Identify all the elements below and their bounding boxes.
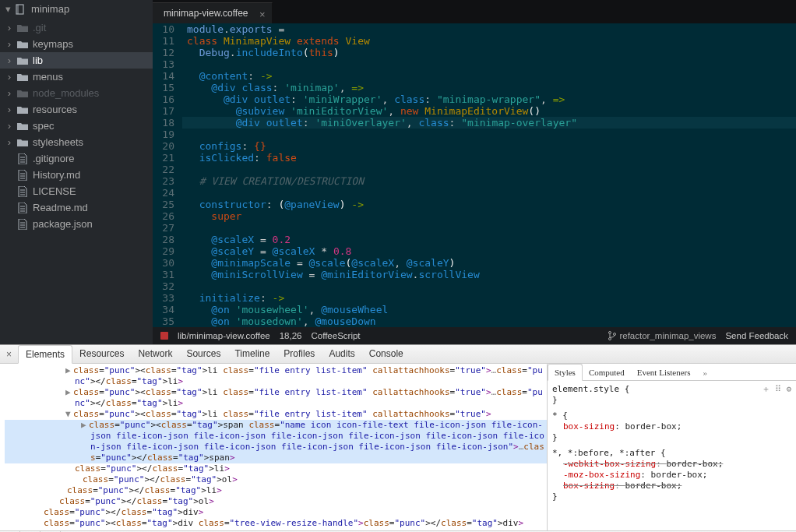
line-number: 34 [153, 304, 182, 315]
tree-folder[interactable]: ›node_modules [0, 85, 153, 101]
language-mode[interactable]: CoffeeScript [311, 331, 360, 340]
code-line[interactable] [182, 129, 796, 140]
branch-icon [608, 331, 616, 340]
code-line[interactable]: # VIEW CREATION/DESTRUCTION [182, 175, 796, 187]
folder-icon [17, 72, 28, 83]
devtools-tab-elements[interactable]: Elements [18, 345, 72, 364]
code-line[interactable]: @miniScrollView = @miniEditorView.scroll… [182, 269, 796, 280]
code-editor[interactable]: 10module.exports =11class MinimapView ex… [153, 23, 796, 327]
dom-node[interactable]: class="punc"></class="tag">ol> [5, 496, 547, 507]
dom-node[interactable]: class="punc"></class="tag">li> [5, 463, 547, 474]
file-icon [17, 219, 28, 230]
tree-file[interactable]: History.md [0, 167, 153, 183]
devtools-tab-network[interactable]: Network [131, 345, 179, 363]
line-number: 13 [153, 58, 182, 70]
code-line[interactable]: class MinimapView extends View [182, 35, 796, 47]
code-line[interactable]: configs: {} [182, 140, 796, 152]
code-line[interactable] [182, 164, 796, 175]
devtools-tab-sources[interactable]: Sources [179, 345, 227, 363]
close-icon[interactable]: × [259, 9, 266, 20]
dom-node[interactable]: class="punc"></class="tag">ol> [5, 474, 547, 485]
tree-folder[interactable]: ›menus [0, 69, 153, 85]
code-line[interactable]: @div outlet: 'miniOverlayer', class: "mi… [182, 117, 796, 129]
send-feedback-link[interactable]: Send Feedback [725, 331, 788, 340]
project-header[interactable]: ▾ minimap [0, 0, 153, 18]
chevron-down-icon: ▾ [5, 3, 11, 15]
code-line[interactable]: constructor: (@paneView) -> [182, 199, 796, 210]
dom-node[interactable]: ▶class="punc"><class="tag">li class="fil… [5, 365, 547, 387]
new-rule-icon[interactable]: ＋ [762, 384, 770, 395]
toggle-state-icon[interactable]: ⠿ [775, 384, 781, 395]
css-rule[interactable]: element.style {} [552, 384, 791, 406]
styles-tab-computed[interactable]: Computed [583, 365, 631, 380]
tree-item-label: spec [33, 120, 54, 132]
git-branch[interactable]: refactor_minimap_views [608, 331, 716, 340]
more-tabs-icon[interactable]: » [696, 365, 713, 380]
dom-node[interactable]: ▶class="punc"><class="tag">li class="fil… [5, 387, 547, 409]
line-number: 21 [153, 152, 182, 164]
code-line[interactable]: initialize: -> [182, 292, 796, 304]
code-line[interactable]: @scaleX = 0.2 [182, 234, 796, 245]
devtools-tab-timeline[interactable]: Timeline [227, 345, 276, 363]
dom-node[interactable]: ▶class="punc"><class="tag">span class="n… [5, 420, 547, 463]
line-number: 24 [153, 187, 182, 199]
code-line[interactable]: @div outlet: 'miniWrapper', class: "mini… [182, 93, 796, 105]
code-line[interactable]: @content: -> [182, 70, 796, 82]
code-line[interactable]: module.exports = [182, 23, 796, 35]
devtools-tab-resources[interactable]: Resources [72, 345, 131, 363]
chevron-right-icon: › [6, 136, 12, 148]
tree-file[interactable]: package.json [0, 216, 153, 232]
dom-node[interactable]: ▼class="punc"><class="tag">li class="fil… [5, 409, 547, 420]
tree-folder[interactable]: ›resources [0, 101, 153, 118]
line-number: 15 [153, 82, 182, 93]
dom-node[interactable]: class="punc"></class="tag">div> [5, 507, 547, 518]
tree-folder[interactable]: ›keymaps [0, 36, 153, 52]
tab-active[interactable]: minimap-view.coffee × [153, 2, 273, 23]
tab-title: minimap-view.coffee [164, 8, 248, 19]
code-line[interactable]: @minimapScale = @scale(@scaleX, @scaleY) [182, 257, 796, 269]
folder-icon [17, 137, 28, 148]
code-line[interactable]: @subview 'miniEditorView', new MinimapEd… [182, 105, 796, 117]
line-number: 19 [153, 129, 182, 140]
devtools-tab-audits[interactable]: Audits [322, 345, 361, 363]
line-number: 23 [153, 175, 182, 187]
code-line[interactable]: @scaleY = @scaleX * 0.8 [182, 245, 796, 257]
code-line[interactable]: Debug.includeInto(this) [182, 47, 796, 58]
tree-file[interactable]: Readme.md [0, 199, 153, 216]
line-number: 31 [153, 269, 182, 280]
css-rule[interactable]: * {box-sizing: border-box;} [552, 410, 791, 443]
styles-tab-event-listeners[interactable]: Event Listeners [631, 365, 697, 380]
code-line[interactable] [182, 222, 796, 234]
tree-file[interactable]: .gitignore [0, 150, 153, 167]
devtools-tab-console[interactable]: Console [362, 345, 410, 363]
code-line[interactable]: @div class: 'minimap', => [182, 82, 796, 93]
gear-icon[interactable]: ⚙ [786, 384, 791, 395]
code-line[interactable]: @on 'mousedown', @mouseDown [182, 315, 796, 327]
folder-icon [17, 104, 28, 115]
svg-rect-0 [16, 5, 23, 14]
dom-node[interactable]: class="punc"><class="tag">div class="tre… [5, 518, 547, 529]
elements-panel[interactable]: ▶class="punc"><class="tag">li class="fil… [0, 364, 547, 530]
tab-bar: minimap-view.coffee × [153, 0, 796, 23]
css-rule[interactable]: *, *:before, *:after {-webkit-box-sizing… [552, 448, 791, 502]
tree-item-label: node_modules [33, 87, 99, 99]
status-bar: lib/minimap-view.coffee 18,26 CoffeeScri… [153, 327, 796, 344]
file-icon [17, 170, 28, 181]
code-line[interactable] [182, 187, 796, 199]
code-line[interactable] [182, 280, 796, 292]
line-number: 18 [153, 117, 182, 129]
tree-folder[interactable]: ›spec [0, 118, 153, 134]
code-line[interactable]: super [182, 210, 796, 222]
tree-file[interactable]: LICENSE [0, 183, 153, 199]
dom-node[interactable]: class="punc"></class="tag">li> [5, 485, 547, 496]
cursor-pos: 18,26 [280, 331, 302, 340]
code-line[interactable]: @on 'mousewheel', @mouseWheel [182, 304, 796, 315]
tree-folder[interactable]: ›stylesheets [0, 134, 153, 150]
devtools-tab-profiles[interactable]: Profiles [276, 345, 322, 363]
code-line[interactable] [182, 58, 796, 70]
tree-folder[interactable]: ›.git [0, 19, 153, 36]
code-line[interactable]: isClicked: false [182, 152, 796, 164]
devtools-close-icon[interactable]: × [0, 349, 18, 360]
tree-folder[interactable]: ›lib [0, 52, 153, 69]
styles-tab-styles[interactable]: Styles [548, 364, 583, 381]
